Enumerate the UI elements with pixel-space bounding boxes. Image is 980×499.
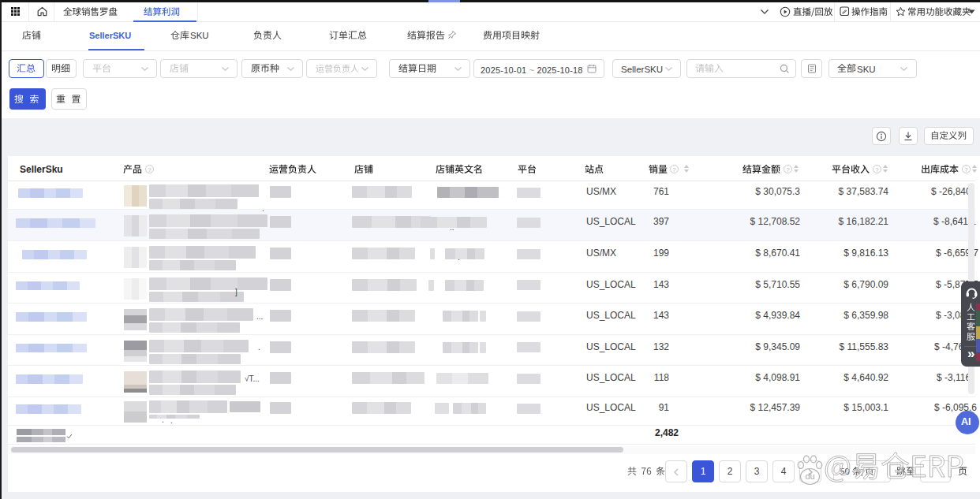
svg-text:du: du <box>805 471 814 481</box>
